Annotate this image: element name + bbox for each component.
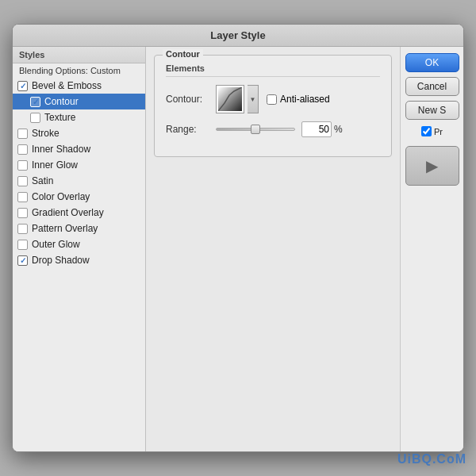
range-row: Range: % (166, 121, 380, 137)
sidebar-item-drop-shadow[interactable]: Drop Shadow (13, 252, 145, 268)
sidebar-item-texture[interactable]: Texture (13, 109, 145, 125)
satin-checkbox[interactable] (17, 176, 28, 186)
preview-checkbox[interactable] (421, 126, 432, 136)
texture-label: Texture (44, 112, 75, 123)
outer-glow-label: Outer Glow (32, 239, 80, 250)
bevel-emboss-label: Bevel & Emboss (32, 80, 102, 91)
contour-field-label: Contour: (166, 94, 209, 105)
sidebar-item-gradient-overlay[interactable]: Gradient Overlay (13, 205, 145, 221)
range-label: Range: (166, 124, 209, 135)
right-buttons: OK Cancel New S Pr ▶ (400, 47, 463, 451)
contour-picker: ▼ (216, 85, 259, 113)
drop-shadow-label: Drop Shadow (32, 255, 90, 266)
sidebar-item-bevel-emboss[interactable]: Bevel & Emboss (13, 78, 145, 94)
range-unit: % (334, 124, 343, 135)
contour-checkbox[interactable] (30, 97, 40, 107)
elements-label: Elements (166, 63, 380, 77)
inner-shadow-checkbox[interactable] (17, 144, 28, 155)
sidebar-item-color-overlay[interactable]: Color Overlay (13, 189, 145, 205)
sidebar-item-blending[interactable]: Blending Options: Custom (13, 63, 145, 78)
expand-icon: ▶ (426, 156, 438, 175)
color-overlay-checkbox[interactable] (17, 192, 28, 202)
section-title: Contour (163, 49, 203, 59)
blending-label: Blending Options: Custom (19, 66, 121, 75)
stroke-label: Stroke (32, 128, 60, 139)
left-panel-items: Blending Options: Custom Bevel & Emboss … (13, 63, 145, 451)
inner-glow-checkbox[interactable] (17, 160, 28, 171)
dialog-title: Layer Style (210, 29, 265, 41)
range-value-input[interactable] (301, 121, 332, 137)
main-content: Contour Elements Contour: (146, 47, 400, 451)
range-slider-track[interactable] (216, 128, 295, 131)
contour-label: Contour (44, 96, 79, 107)
styles-header: Styles (13, 47, 145, 63)
sidebar-item-pattern-overlay[interactable]: Pattern Overlay (13, 221, 145, 236)
new-style-button[interactable]: New S (405, 101, 459, 120)
range-slider-container: % (216, 121, 343, 137)
preview-row: Pr (421, 126, 443, 136)
sidebar-item-inner-shadow[interactable]: Inner Shadow (13, 141, 145, 157)
contour-row: Contour: (166, 85, 380, 113)
contour-section: Contour Elements Contour: (154, 55, 392, 157)
layer-style-dialog: Layer Style Styles Blending Options: Cus… (12, 24, 464, 452)
anti-alias-label: Anti-aliased (280, 94, 330, 105)
ok-button[interactable]: OK (405, 53, 459, 72)
inner-glow-label: Inner Glow (32, 159, 78, 171)
watermark: UiBQ.CoM (397, 452, 466, 466)
sidebar-item-inner-glow[interactable]: Inner Glow (13, 157, 145, 173)
bevel-emboss-checkbox[interactable] (17, 81, 28, 91)
left-panel: Styles Blending Options: Custom Bevel & … (13, 47, 146, 451)
pattern-overlay-checkbox[interactable] (17, 224, 28, 234)
drop-shadow-checkbox[interactable] (17, 255, 28, 266)
gradient-overlay-checkbox[interactable] (17, 208, 28, 218)
outer-glow-checkbox[interactable] (17, 240, 28, 250)
inner-shadow-label: Inner Shadow (32, 144, 90, 155)
stroke-checkbox[interactable] (17, 129, 28, 139)
contour-thumbnail[interactable] (216, 85, 244, 113)
color-overlay-label: Color Overlay (32, 191, 90, 202)
expand-button[interactable]: ▶ (405, 146, 459, 186)
cancel-button[interactable]: Cancel (405, 77, 459, 96)
pattern-overlay-label: Pattern Overlay (32, 223, 98, 234)
contour-preview-icon (218, 87, 242, 111)
title-bar: Layer Style (13, 25, 463, 47)
contour-dropdown-arrow[interactable]: ▼ (248, 85, 259, 113)
anti-alias-row: Anti-aliased (267, 94, 330, 105)
dialog-body: Styles Blending Options: Custom Bevel & … (13, 47, 463, 451)
sidebar-item-outer-glow[interactable]: Outer Glow (13, 236, 145, 252)
range-slider-thumb[interactable] (251, 125, 260, 134)
satin-label: Satin (32, 175, 53, 186)
anti-alias-checkbox[interactable] (267, 94, 277, 105)
sidebar-item-stroke[interactable]: Stroke (13, 125, 145, 141)
sidebar-item-satin[interactable]: Satin (13, 173, 145, 189)
texture-checkbox[interactable] (30, 113, 40, 123)
gradient-overlay-label: Gradient Overlay (32, 207, 104, 218)
sidebar-item-contour[interactable]: Contour (13, 94, 145, 109)
preview-label: Pr (434, 127, 443, 136)
